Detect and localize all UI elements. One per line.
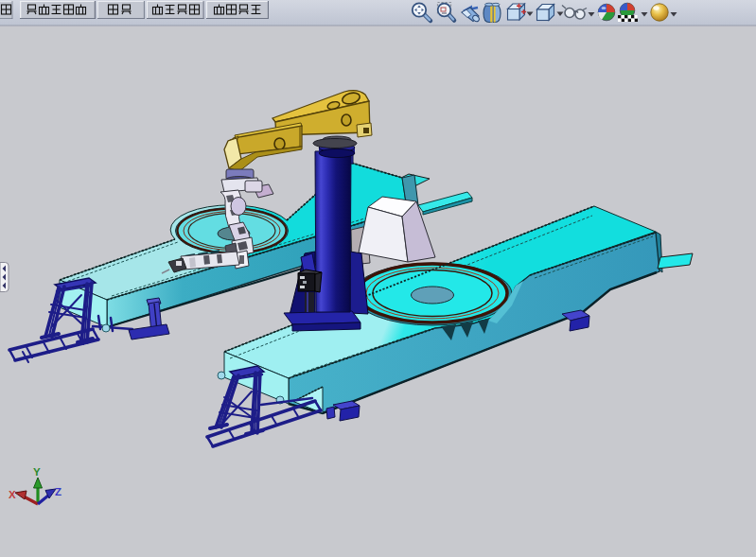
svg-text:Z: Z bbox=[55, 486, 62, 497]
svg-text:Y: Y bbox=[33, 466, 41, 478]
svg-text:X: X bbox=[9, 489, 16, 500]
